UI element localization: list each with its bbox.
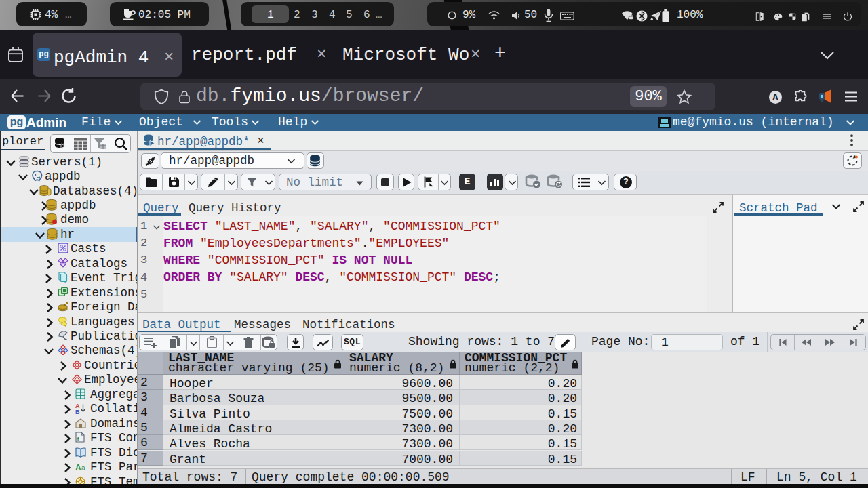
- svg-text:A: A: [75, 463, 81, 472]
- svg-text:B: B: [75, 409, 80, 415]
- svg-text:a: a: [81, 464, 85, 472]
- svg-text:f: f: [77, 436, 79, 442]
